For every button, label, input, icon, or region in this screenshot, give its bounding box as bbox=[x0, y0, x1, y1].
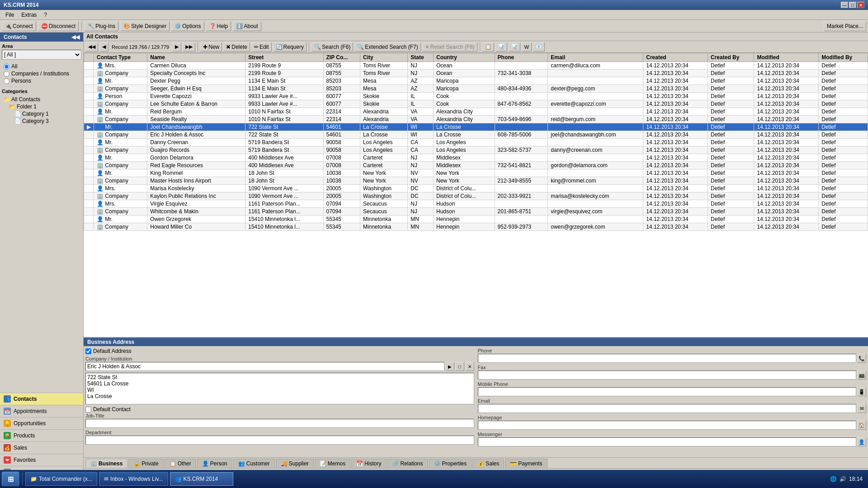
table-row[interactable]: 👤 Mrs. Carmen Diluca 2199 Route 9 08755 … bbox=[84, 62, 868, 70]
menu-file[interactable]: File bbox=[2, 11, 18, 19]
table-row[interactable]: 🏢 Company Whitcombe & Makin 1161 Paterso… bbox=[84, 208, 868, 216]
table-row[interactable]: 🏢 Company Master Hosts Inns Airport 18 J… bbox=[84, 177, 868, 185]
plugins-button[interactable]: 🔧 Plug-Ins bbox=[85, 21, 118, 31]
area-select[interactable]: [ All ] bbox=[2, 50, 81, 60]
table-row[interactable]: 👤 Mrs. Marisa Kostelecky 1090 Vermont Av… bbox=[84, 185, 868, 192]
minimize-button[interactable]: — bbox=[841, 2, 848, 8]
word-button[interactable]: W bbox=[522, 42, 532, 52]
about-button[interactable]: ℹ️ About bbox=[233, 21, 261, 31]
tree-all-contacts[interactable]: 📁 All Contacts bbox=[2, 96, 81, 103]
col-state[interactable]: State bbox=[408, 53, 434, 62]
table-row[interactable]: ▶ 👤 Mr. Joel Chandsawangbh 722 State St … bbox=[84, 123, 868, 131]
table-row[interactable]: 👤 Mr. Dexter Pegg 1134 E Main St 85203 M… bbox=[84, 77, 868, 85]
nav-favorites[interactable]: ❤ Favorites bbox=[0, 454, 83, 466]
default-contact-checkbox[interactable] bbox=[85, 407, 91, 413]
table-row[interactable]: 👤 Mrs. Virgie Esquivez 1161 Paterson Pla… bbox=[84, 200, 868, 208]
email-send-button[interactable]: ✉ bbox=[857, 404, 866, 413]
extended-search-button[interactable]: 🔍 Extended Search (F7) bbox=[354, 42, 420, 52]
options-button[interactable]: ⚙️ Options bbox=[171, 21, 204, 31]
export-button2[interactable]: 📊 bbox=[495, 42, 507, 52]
tab-properties[interactable]: ⚙️ Properties bbox=[429, 459, 472, 468]
taskbar-item-inbox[interactable]: ✉ Inbox - Windows Liv... bbox=[99, 472, 168, 486]
table-row[interactable]: 🏢 Company Seeger, Edwin H Esq 1134 E Mai… bbox=[84, 85, 868, 93]
nav-opportunities[interactable]: 💡 Opportunities bbox=[0, 417, 83, 429]
email-input[interactable] bbox=[478, 404, 857, 413]
search-button[interactable]: 🔍 Search (F6) bbox=[311, 42, 353, 52]
collapse-icon[interactable]: ◀◀ bbox=[71, 34, 80, 40]
table-row[interactable]: 👤 Mr. Owen Grzegorek 15410 Minnetonka l.… bbox=[84, 216, 868, 223]
reset-search-button[interactable]: ✕ Reset Search (F8) bbox=[422, 42, 477, 52]
tab-customer[interactable]: 👥 Customer bbox=[233, 459, 275, 468]
phone-dial-button[interactable]: 📞 bbox=[857, 354, 866, 363]
maximize-button[interactable]: □ bbox=[849, 2, 856, 8]
table-row[interactable]: 🏢 Company Lee Schulte Eaton & Barron 993… bbox=[84, 100, 868, 108]
tree-category3[interactable]: 📄 Category 3 bbox=[2, 117, 81, 125]
export-button1[interactable]: 📋 bbox=[482, 42, 494, 52]
menu-extras[interactable]: Extras bbox=[18, 11, 40, 19]
messenger-input[interactable] bbox=[478, 437, 857, 446]
address-textarea[interactable]: 722 State St 54601 La Crosse WI La Cross… bbox=[85, 373, 474, 404]
new-record-button[interactable]: ✚ New bbox=[200, 42, 222, 52]
default-address-checkbox[interactable] bbox=[85, 348, 91, 354]
disconnect-button[interactable]: ⛔ Disconnect bbox=[38, 21, 79, 31]
delete-button[interactable]: ✖ Delete bbox=[223, 42, 250, 52]
col-created[interactable]: Created bbox=[643, 53, 708, 62]
help-button[interactable]: ❓ Help bbox=[206, 21, 231, 31]
table-row[interactable]: 🏢 Company Specialty Concepts Inc 2199 Ro… bbox=[84, 70, 868, 77]
table-row[interactable]: 🏢 Company Kaylon Public Relations Inc 10… bbox=[84, 192, 868, 200]
col-modified-by[interactable]: Modified By bbox=[819, 53, 868, 62]
tab-private[interactable]: 🔒 Private bbox=[128, 459, 163, 468]
marketplace-button[interactable]: Market Place... bbox=[824, 21, 866, 31]
tab-memos[interactable]: 📝 Memos bbox=[315, 459, 350, 468]
tab-supplier[interactable]: 🚚 Supplier bbox=[276, 459, 314, 468]
edit-button[interactable]: ✏ Edit bbox=[251, 42, 272, 52]
col-city[interactable]: City bbox=[360, 53, 408, 62]
tab-payments[interactable]: 💳 Payments bbox=[505, 459, 547, 468]
nav-contacts[interactable]: 👥 Contacts bbox=[0, 393, 83, 405]
table-row[interactable]: 🏢 Company Seaside Realty 1010 N Fairfax … bbox=[84, 116, 868, 123]
tab-history[interactable]: 📅 History bbox=[351, 459, 386, 468]
table-row[interactable]: 🏢 Company Howard Miller Co 15410 Minneto… bbox=[84, 223, 868, 231]
contacts-table-body[interactable]: 👤 Mrs. Carmen Diluca 2199 Route 9 08755 … bbox=[84, 62, 868, 231]
fax-button[interactable]: 📠 bbox=[857, 371, 866, 380]
company-clear-button[interactable]: ✕ bbox=[465, 362, 474, 371]
fax-input[interactable] bbox=[478, 371, 857, 380]
style-designer-button[interactable]: 🎨 Style Designer bbox=[120, 21, 170, 31]
homepage-open-button[interactable]: 🏠 bbox=[857, 421, 866, 430]
table-row[interactable]: 👤 Mr. King Rommel 18 John St 10038 New Y… bbox=[84, 169, 868, 177]
col-country[interactable]: Country bbox=[434, 53, 495, 62]
col-zip[interactable]: ZIP Co... bbox=[323, 53, 360, 62]
export-button4[interactable]: 📧 bbox=[533, 42, 545, 52]
start-button[interactable]: ⊞ bbox=[2, 472, 19, 486]
col-email[interactable]: Email bbox=[548, 53, 643, 62]
menu-help[interactable]: ? bbox=[40, 11, 51, 19]
radio-companies[interactable]: Companies / Institutions bbox=[4, 70, 80, 77]
table-row[interactable]: 🏢 Company Red Eagle Resources 400 Middle… bbox=[84, 162, 868, 169]
table-row[interactable]: 👤 Person Everette Capozzi 9933 Lawler Av… bbox=[84, 93, 868, 100]
messenger-button[interactable]: 👤 bbox=[857, 437, 866, 446]
mobile-button[interactable]: 📱 bbox=[857, 387, 866, 396]
col-name[interactable]: Name bbox=[147, 53, 245, 62]
close-button[interactable]: ✕ bbox=[857, 2, 864, 8]
radio-all[interactable]: All bbox=[4, 63, 80, 70]
nav-first-button[interactable]: ◀◀ bbox=[85, 42, 98, 52]
export-button3[interactable]: 📊 bbox=[509, 42, 520, 52]
tab-relations[interactable]: 🔗 Relations bbox=[387, 459, 428, 468]
table-row[interactable]: 👤 Mr. Reid Bergum 1010 N Fairfax St 2231… bbox=[84, 108, 868, 116]
tab-business[interactable]: 🏢 Business bbox=[85, 459, 127, 468]
col-type[interactable]: Contact Type bbox=[94, 53, 147, 62]
company-link-button[interactable]: ▶ bbox=[445, 362, 454, 371]
taskbar-item-kscrm[interactable]: 👥 KS.CRM 2014 bbox=[170, 472, 233, 486]
tree-category1[interactable]: 📄 Category 1 bbox=[2, 110, 81, 117]
nav-products[interactable]: 📦 Products bbox=[0, 429, 83, 441]
tab-sales[interactable]: 💰 Sales bbox=[472, 459, 504, 468]
tab-person[interactable]: 👤 Person bbox=[197, 459, 232, 468]
phone-input[interactable] bbox=[478, 354, 857, 363]
job-title-input[interactable] bbox=[85, 419, 474, 428]
nav-next-button[interactable]: ▶ bbox=[172, 42, 181, 52]
taskbar-item-totalcmd[interactable]: 📁 Total Commander (x... bbox=[25, 472, 97, 486]
col-created-by[interactable]: Created By bbox=[708, 53, 754, 62]
contacts-table-container[interactable]: Contact Type Name Street ZIP Co... City … bbox=[84, 53, 868, 337]
mobile-input[interactable] bbox=[478, 387, 857, 396]
table-row[interactable]: 🏢 Company Eric J Holden & Assoc 722 Stat… bbox=[84, 131, 868, 139]
